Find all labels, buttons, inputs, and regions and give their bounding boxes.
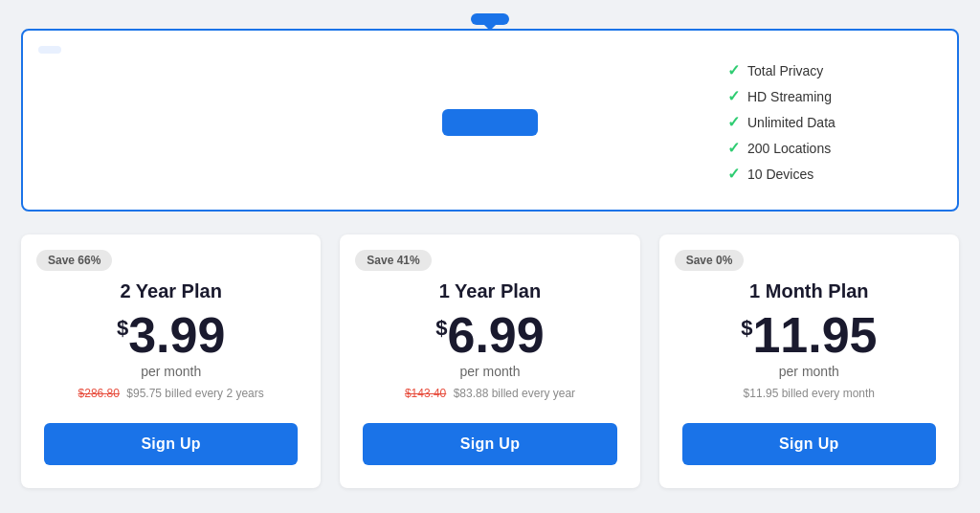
featured-plan-features: ✓Total Privacy✓HD Streaming✓Unlimited Da…	[727, 61, 919, 183]
check-icon-locations: ✓	[727, 139, 740, 157]
best-value-badge	[471, 13, 509, 25]
plan-card-one-year: Save 41% 1 Year Plan $ 6.99 per month $1…	[340, 234, 639, 488]
billed-text-two-year: $95.75 billed every 2 years	[126, 387, 263, 400]
price-amount-two-year: 3.99	[128, 310, 225, 360]
save-badge-one-year: Save 41%	[355, 250, 431, 271]
billed-text-one-month: $11.95 billed every month	[744, 387, 875, 400]
plan-card-one-month: Save 0% 1 Month Plan $ 11.95 per month $…	[659, 234, 959, 488]
price-dollar-one-month: $	[741, 316, 752, 341]
billing-info-one-month: $11.95 billed every month	[744, 387, 875, 404]
feature-item-locations: ✓200 Locations	[727, 139, 919, 157]
original-price-one-year: $143.40	[405, 387, 446, 400]
price-row-two-year: $ 3.99	[117, 310, 225, 360]
per-month-one-month: per month	[779, 364, 839, 379]
feature-item-data: ✓Unlimited Data	[727, 113, 919, 131]
plan-card-two-year: Save 66% 2 Year Plan $ 3.99 per month $2…	[21, 234, 321, 488]
save-badge-one-month: Save 0%	[675, 250, 745, 271]
signup-button-two-year[interactable]: Sign Up	[44, 423, 298, 465]
featured-plan-left	[61, 105, 253, 140]
original-price-two-year: $286.80	[78, 387, 120, 400]
featured-signup-button[interactable]	[442, 109, 538, 136]
feature-text-devices: 10 Devices	[747, 167, 813, 182]
price-row-one-month: $ 11.95	[741, 310, 877, 360]
featured-plan-container: ✓Total Privacy✓HD Streaming✓Unlimited Da…	[21, 29, 959, 212]
feature-item-privacy: ✓Total Privacy	[727, 61, 919, 79]
feature-item-streaming: ✓HD Streaming	[727, 87, 919, 105]
save-badge-two-year: Save 66%	[36, 250, 112, 271]
check-icon-devices: ✓	[727, 165, 740, 183]
per-month-one-year: per month	[459, 364, 520, 379]
feature-text-data: Unlimited Data	[747, 115, 835, 130]
price-amount-one-year: 6.99	[448, 310, 545, 360]
plan-title-one-month: 1 Month Plan	[749, 280, 868, 302]
signup-button-one-year[interactable]: Sign Up	[363, 423, 616, 465]
plans-grid: Save 66% 2 Year Plan $ 3.99 per month $2…	[21, 234, 959, 488]
plan-title-one-year: 1 Year Plan	[439, 280, 541, 302]
check-icon-data: ✓	[727, 113, 740, 131]
feature-text-streaming: HD Streaming	[747, 89, 832, 104]
feature-text-privacy: Total Privacy	[747, 63, 823, 78]
billing-info-one-year: $143.40 $83.88 billed every year	[405, 387, 575, 404]
featured-save-badge	[38, 46, 61, 54]
per-month-two-year: per month	[141, 364, 201, 379]
check-icon-streaming: ✓	[727, 87, 740, 105]
feature-text-locations: 200 Locations	[747, 141, 831, 156]
plan-title-two-year: 2 Year Plan	[120, 280, 221, 302]
price-dollar-two-year: $	[117, 316, 128, 341]
signup-button-one-month[interactable]: Sign Up	[682, 423, 936, 465]
featured-plan-center	[253, 109, 727, 136]
check-icon-privacy: ✓	[727, 61, 740, 79]
billing-info-two-year: $286.80 $95.75 billed every 2 years	[78, 387, 264, 404]
price-dollar-one-year: $	[435, 316, 447, 341]
price-row-one-year: $ 6.99	[435, 310, 544, 360]
featured-billing-info	[61, 126, 65, 140]
feature-item-devices: ✓10 Devices	[727, 165, 919, 183]
featured-plan: ✓Total Privacy✓HD Streaming✓Unlimited Da…	[21, 29, 959, 212]
pricing-wrapper: ✓Total Privacy✓HD Streaming✓Unlimited Da…	[21, 29, 959, 488]
price-amount-one-month: 11.95	[752, 310, 877, 360]
billed-text-one-year: $83.88 billed every year	[454, 387, 575, 400]
